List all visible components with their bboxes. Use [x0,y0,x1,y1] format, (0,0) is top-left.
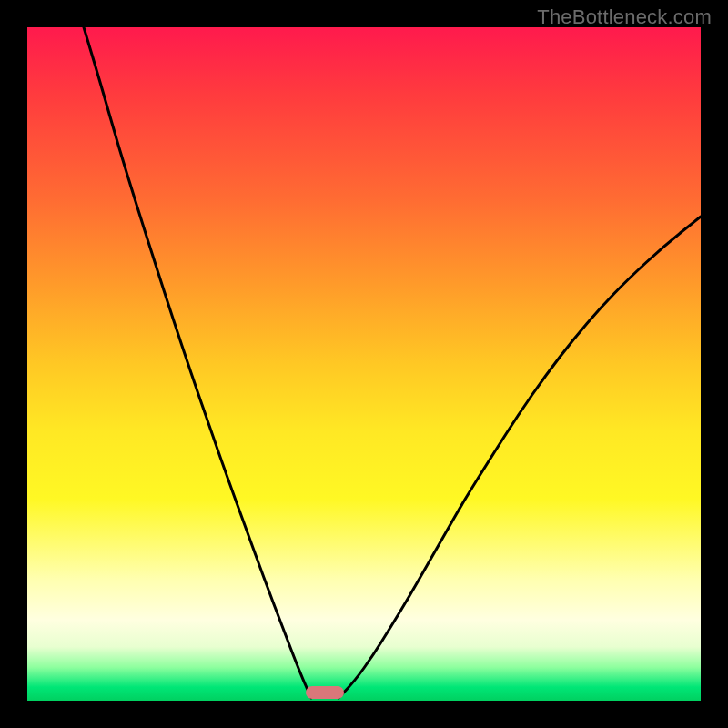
plot-area [27,27,701,701]
optimal-marker [306,686,344,699]
left-curve [84,27,311,698]
watermark-text: TheBottleneck.com [537,5,712,29]
curve-layer [27,27,701,701]
right-curve [339,217,701,698]
